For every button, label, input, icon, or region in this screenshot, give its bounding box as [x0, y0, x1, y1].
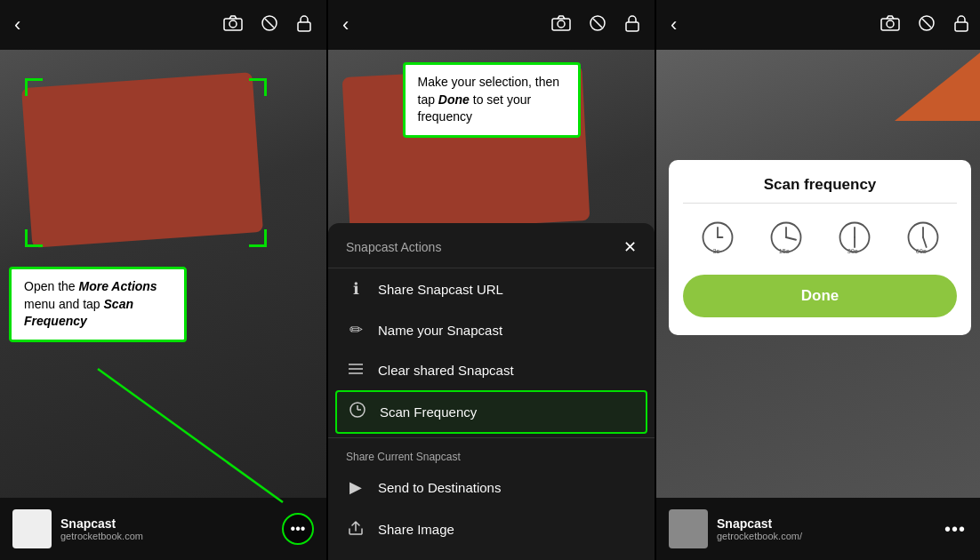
- svg-line-3: [265, 19, 274, 28]
- frequency-dialog: Scan frequency 3s 15s: [669, 160, 971, 335]
- back-button-2[interactable]: ‹: [342, 13, 349, 36]
- panel-2: ‹ M: [328, 0, 655, 560]
- freq-option-3s[interactable]: 3s: [698, 218, 737, 257]
- back-button-3[interactable]: ‹: [671, 13, 677, 36]
- corner-bl: [25, 229, 43, 247]
- info-icon: ℹ: [346, 279, 365, 299]
- bottom-info-1: Snapcast getrocketbook.com: [60, 516, 282, 541]
- svg-text:15s: 15s: [778, 247, 789, 255]
- lock-icon-1: [296, 14, 312, 36]
- more-actions-button-3[interactable]: •••: [939, 513, 971, 545]
- svg-point-1: [229, 20, 237, 28]
- lock-icon-2: [624, 14, 640, 36]
- top-bar-icons-2: [551, 14, 640, 36]
- top-bar-1: ‹: [0, 0, 326, 50]
- callout-text-1: Open the More Actions menu and tap Scan …: [24, 279, 157, 328]
- freq-option-15s[interactable]: 15s: [767, 218, 806, 257]
- menu-item-share-url[interactable]: ℹ Share Snapcast URL: [328, 268, 655, 309]
- lightning-icon-1: [261, 14, 278, 36]
- menu-item-label-clear: Clear shared Snapcast: [378, 363, 514, 378]
- clock-icon-60s: 60s: [904, 218, 943, 257]
- menu-item-share-image[interactable]: Share Image: [328, 508, 655, 551]
- menu-section-2-label: Share Current Snapcast: [328, 442, 655, 467]
- more-dots-3: •••: [944, 519, 966, 540]
- svg-rect-4: [298, 22, 310, 31]
- corner-tr: [249, 78, 267, 96]
- orange-shape: [895, 50, 980, 121]
- panel-3: ‹ S: [656, 0, 980, 560]
- menu-item-label-name: Name your Snapcast: [378, 323, 502, 338]
- bottom-bar-1: Snapcast getrocketbook.com •••: [0, 498, 326, 560]
- corner-br: [249, 229, 267, 247]
- svg-rect-21: [955, 22, 968, 31]
- menu-item-label-send: Send to Destinations: [378, 480, 501, 495]
- snapcast-thumb-1: [12, 509, 52, 548]
- snapcast-sub-3: getrocketbook.com/: [717, 531, 939, 541]
- menu-item-label-share-image: Share Image: [378, 522, 454, 537]
- svg-rect-10: [626, 22, 639, 31]
- clear-icon: [346, 361, 365, 380]
- menu-item-name[interactable]: ✏ Name your Snapcast: [328, 309, 655, 350]
- snapcast-sub-1: getrocketbook.com: [60, 531, 282, 541]
- menu-item-clear[interactable]: Clear shared Snapcast: [328, 350, 655, 390]
- pencil-icon: ✏: [346, 320, 365, 340]
- lightning-icon-3: [918, 14, 936, 36]
- svg-line-36: [923, 237, 927, 247]
- camera-icon-3: [880, 15, 900, 36]
- panel-1: ‹ O: [0, 0, 326, 560]
- top-bar-3: ‹: [656, 0, 980, 50]
- svg-line-20: [922, 19, 931, 28]
- corner-tl: [25, 78, 43, 96]
- svg-line-28: [786, 237, 796, 240]
- svg-text:30s: 30s: [847, 247, 857, 255]
- snapcast-title-3: Snapcast: [717, 516, 939, 531]
- callout-box-2: Make your selection, then tap Done to se…: [403, 62, 581, 138]
- more-dots-1: •••: [291, 521, 306, 537]
- freq-option-60s[interactable]: 60s: [904, 218, 943, 257]
- freq-option-30s[interactable]: 30s: [835, 218, 874, 257]
- callout-box-1: Open the More Actions menu and tap Scan …: [9, 267, 187, 342]
- svg-line-9: [593, 19, 602, 28]
- bottom-bar-3: Snapcast getrocketbook.com/ •••: [656, 498, 980, 560]
- menu-item-label-scan-freq: Scan Frequency: [380, 404, 477, 420]
- lightning-icon-2: [589, 14, 606, 36]
- send-icon: ▶: [346, 477, 365, 497]
- freq-options-group: 3s 15s 30s: [683, 218, 957, 257]
- clock-icon: [348, 401, 367, 423]
- share-icon: [346, 518, 365, 540]
- top-bar-2: ‹: [328, 0, 655, 50]
- clock-icon-3s: 3s: [698, 218, 737, 257]
- done-button[interactable]: Done: [683, 275, 957, 317]
- back-button-1[interactable]: ‹: [14, 13, 20, 36]
- svg-point-7: [558, 20, 565, 28]
- menu-title: Snapcast Actions: [346, 240, 441, 254]
- document-card: [21, 72, 263, 248]
- clock-icon-15s: 15s: [767, 218, 806, 257]
- freq-dialog-divider: [683, 203, 957, 204]
- snapcast-title-1: Snapcast: [60, 516, 282, 531]
- lock-icon-3: [953, 14, 969, 36]
- bottom-info-3: Snapcast getrocketbook.com/: [717, 516, 939, 541]
- camera-icon-2: [551, 15, 571, 36]
- menu-item-send[interactable]: ▶ Send to Destinations: [328, 467, 655, 508]
- top-bar-icons-1: [223, 14, 312, 36]
- menu-divider: [328, 437, 655, 438]
- callout-text-2: Make your selection, then tap Done to se…: [418, 75, 560, 124]
- menu-item-label-share-url: Share Snapcast URL: [378, 282, 503, 297]
- menu-overlay: Snapcast Actions ✕ ℹ Share Snapcast URL …: [328, 223, 655, 560]
- freq-dialog-title: Scan frequency: [683, 176, 957, 194]
- camera-icon-1: [223, 15, 243, 36]
- menu-header: Snapcast Actions ✕: [328, 237, 655, 268]
- clock-icon-30s: 30s: [835, 218, 874, 257]
- svg-text:60s: 60s: [915, 247, 926, 255]
- top-bar-icons-3: [880, 14, 969, 36]
- svg-point-18: [887, 20, 894, 28]
- snapcast-thumb-3: [669, 509, 708, 548]
- menu-close-button[interactable]: ✕: [623, 237, 637, 257]
- menu-item-scan-freq[interactable]: Scan Frequency: [335, 390, 647, 434]
- more-actions-button-1[interactable]: •••: [282, 513, 314, 545]
- svg-text:3s: 3s: [712, 247, 719, 255]
